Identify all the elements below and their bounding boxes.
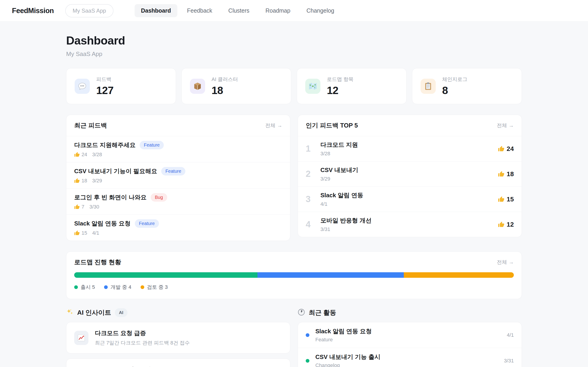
ai-insights-section: AI 인사이트 AI 다크모드 요청 급증 최근 7일간 다크모드 관련 피드백…	[66, 308, 290, 367]
insight-desc: 최근 7일간 다크모드 관련 피드백 8건 접수	[95, 340, 190, 346]
stat-value: 127	[96, 84, 113, 97]
insight-title: 로그인 관련 버그 3건	[95, 366, 192, 367]
feedback-date: 3/30	[89, 204, 99, 210]
arrow-right-icon: →	[509, 123, 514, 128]
clipboard-icon	[421, 79, 436, 94]
ai-badge: AI	[115, 308, 128, 317]
activity-item[interactable]: CSV 내보내기 기능 출시 Changelog 3/31	[298, 348, 522, 367]
tag-badge: Feature	[135, 219, 159, 228]
feedback-list-item[interactable]: 로그인 후 빈 화면이 나와요 Bug 7 3/30	[66, 189, 290, 215]
app-logo: FeedMission	[12, 7, 54, 15]
feedback-title: Slack 알림 연동 요청	[74, 219, 131, 227]
main-nav: Dashboard Feedback Clusters Roadmap Chan…	[135, 4, 341, 17]
top-feedback-item[interactable]: 3 Slack 알림 연동 4/1 15	[298, 187, 522, 212]
tag-badge: Feature	[140, 141, 164, 149]
top-feedback-item[interactable]: 1 다크모드 지원 3/28 24	[298, 136, 522, 161]
page-subtitle: My SaaS App	[66, 50, 522, 58]
view-all-label: 전체	[497, 259, 507, 266]
vote-count: 12	[498, 221, 514, 228]
recent-activity-section: 최근 활동 Slack 알림 연동 요청 Feature 4/1 CSV 내보내…	[298, 308, 522, 367]
vote-count: 18	[74, 178, 87, 184]
activity-date: 4/1	[507, 332, 514, 338]
stat-value: 12	[327, 84, 354, 97]
orange-dot-icon	[141, 285, 144, 289]
stats-row: 피드백 127 AI 클러스터 18 로드맵 항목 12	[66, 68, 522, 104]
roadmap-bar-segment-2	[258, 272, 404, 278]
top-feedback-view-all-link[interactable]: 전체 →	[497, 122, 514, 129]
feedback-title: CSV 내보내기	[320, 166, 491, 174]
feedback-date: 3/28	[92, 152, 102, 158]
green-dot-icon	[74, 285, 78, 289]
vote-count: 7	[74, 204, 84, 210]
activity-title: Slack 알림 연동 요청	[315, 327, 501, 335]
activity-date: 3/31	[504, 358, 514, 364]
stat-label: 피드백	[96, 76, 113, 83]
top-feedback-item[interactable]: 2 CSV 내보내기 3/29 18	[298, 161, 522, 187]
top-navbar: FeedMission My SaaS App Dashboard Feedba…	[0, 0, 588, 22]
workspace-selector-button[interactable]: My SaaS App	[65, 4, 113, 17]
feedback-title: 로그인 후 빈 화면이 나와요	[74, 193, 147, 201]
dashboard-main: Dashboard My SaaS App 피드백 127 AI 클러스터 18	[66, 22, 522, 367]
ai-insights-title: AI 인사이트	[77, 308, 111, 317]
blue-dot-icon	[306, 333, 309, 337]
feedback-list-item[interactable]: 다크모드 지원해주세요 Feature 24 3/28	[66, 136, 290, 162]
green-dot-icon	[306, 359, 309, 363]
nav-item-dashboard[interactable]: Dashboard	[135, 4, 178, 17]
nav-item-changelog[interactable]: Changelog	[300, 4, 341, 17]
feedback-list-item[interactable]: Slack 알림 연동 요청 Feature 15 4/1	[66, 215, 290, 241]
vote-count: 15	[74, 230, 87, 236]
stat-value: 18	[212, 84, 238, 97]
rank-number: 1	[306, 144, 313, 154]
stat-label: 로드맵 항목	[327, 76, 354, 83]
stat-card-roadmap-items: 로드맵 항목 12	[297, 68, 406, 104]
nav-item-clusters[interactable]: Clusters	[222, 4, 256, 17]
speech-balloon-icon	[75, 79, 90, 94]
stat-label: AI 클러스터	[212, 76, 238, 83]
vote-count: 18	[498, 170, 514, 178]
stat-card-feedback: 피드백 127	[66, 68, 176, 104]
recent-feedback-view-all-link[interactable]: 전체 →	[265, 122, 282, 129]
top-feedback-item[interactable]: 4 모바일 반응형 개선 3/31 12	[298, 212, 522, 237]
rank-number: 4	[306, 219, 313, 229]
legend-item-in-development: 개발 중 4	[104, 284, 131, 291]
insight-title: 다크모드 요청 급증	[95, 329, 190, 337]
roadmap-view-all-link[interactable]: 전체 →	[497, 259, 514, 266]
page-title: Dashboard	[66, 34, 522, 47]
stat-value: 8	[442, 84, 467, 97]
recent-activity-title: 최근 활동	[309, 308, 336, 317]
insight-card: 로그인 관련 버그 3건 빈 화면, 리다이렉트 루프 등 인증 이슈 집중	[66, 359, 290, 367]
rank-number: 2	[306, 169, 313, 179]
roadmap-progress-bar	[74, 272, 514, 278]
roadmap-bar-segment-1	[74, 272, 258, 278]
package-icon	[190, 79, 205, 94]
stat-label: 체인지로그	[442, 76, 467, 83]
tag-badge: Feature	[161, 167, 185, 175]
rank-number: 3	[306, 194, 313, 204]
legend-item-shipped: 출시 5	[74, 284, 95, 291]
feedback-list-item[interactable]: CSV 내보내기 기능이 필요해요 Feature 18 3/29	[66, 162, 290, 189]
activity-category: Feature	[315, 337, 501, 343]
stat-card-ai-clusters: AI 클러스터 18	[182, 68, 291, 104]
stat-card-changelog: 체인지로그 8	[412, 68, 522, 104]
top-feedback-panel: 인기 피드백 TOP 5 전체 → 1 다크모드 지원 3/28 24 2 CS…	[298, 115, 522, 237]
activity-item[interactable]: Slack 알림 연동 요청 Feature 4/1	[298, 322, 522, 348]
feedback-date: 3/29	[320, 176, 491, 182]
blue-dot-icon	[104, 285, 108, 289]
legend-item-in-review: 검토 중 3	[141, 284, 168, 291]
roadmap-progress-panel: 로드맵 진행 현황 전체 → 출시 5 개발 중 4 검토 중 3	[66, 251, 522, 299]
insight-card: 다크모드 요청 급증 최근 7일간 다크모드 관련 피드백 8건 접수	[66, 322, 290, 353]
roadmap-bar-segment-3	[404, 272, 514, 278]
feedback-title: 다크모드 지원	[320, 141, 491, 149]
feedback-date: 4/1	[92, 230, 99, 236]
activity-category: Changelog	[315, 362, 498, 367]
tag-badge: Bug	[151, 193, 167, 202]
feedback-date: 3/29	[92, 178, 102, 184]
feedback-title: Slack 알림 연동	[320, 191, 491, 199]
recent-feedback-title: 최근 피드백	[74, 121, 107, 130]
nav-item-roadmap[interactable]: Roadmap	[259, 4, 297, 17]
arrow-right-icon: →	[509, 259, 514, 265]
world-map-icon	[305, 79, 320, 94]
feedback-title: 다크모드 지원해주세요	[74, 141, 136, 149]
roadmap-progress-title: 로드맵 진행 현황	[74, 258, 121, 266]
nav-item-feedback[interactable]: Feedback	[181, 4, 219, 17]
